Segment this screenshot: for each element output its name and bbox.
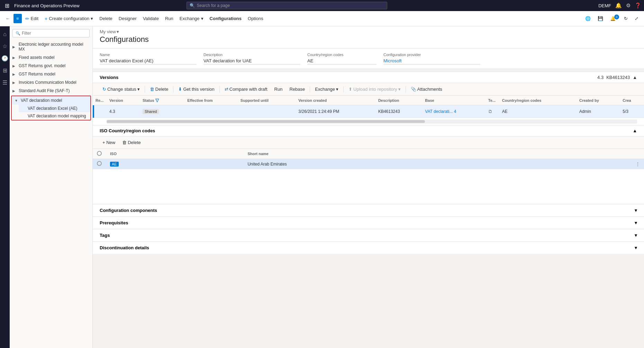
home-icon[interactable]: ⌂ xyxy=(3,29,7,39)
rebase-button[interactable]: Rebase xyxy=(287,85,308,93)
refresh-button[interactable]: ↻ xyxy=(621,14,631,23)
sep3 xyxy=(219,86,220,92)
page-title: Configurations xyxy=(100,35,637,44)
upload-repository-button[interactable]: ⬆ Upload into repository ▾ xyxy=(346,85,403,93)
col-supported-until[interactable]: Supported until xyxy=(238,96,296,105)
col-crea[interactable]: Crea xyxy=(620,96,644,105)
search-input[interactable] xyxy=(197,3,384,8)
provider-field-group: Configuration provider Microsoft xyxy=(383,53,480,64)
tags-header[interactable]: Tags ▾ xyxy=(93,229,644,241)
expand-button[interactable]: ⤢ xyxy=(632,14,641,23)
cell-description: KB4613243 xyxy=(375,105,422,118)
sidebar-item-fixed-assets[interactable]: ▶ Fixed assets model xyxy=(10,53,92,62)
sidebar-item-vat-declaration-mapping[interactable]: VAT declaration model mapping xyxy=(19,112,90,120)
delete-button[interactable]: Delete xyxy=(97,14,115,23)
edit-icon: ✏ xyxy=(25,16,29,21)
filter-icon[interactable]: ▽ xyxy=(155,98,159,103)
expand-icon: ▶ xyxy=(12,45,17,49)
versions-delete-button[interactable]: 🗑 Delete xyxy=(147,85,171,93)
versions-section-header[interactable]: Versions 4.3 KB4613243 ▲ xyxy=(93,72,644,83)
iso-table-row[interactable]: AE United Arab Emirates ⋮ xyxy=(93,159,644,169)
options-button[interactable]: Options xyxy=(245,14,266,23)
cell-status: Shared xyxy=(140,105,178,118)
sidebar-item-invoices[interactable]: ▶ Invoices Communication Model xyxy=(10,78,92,87)
sidebar-item-gst-returns[interactable]: ▶ GST Returns model xyxy=(10,70,92,78)
search-bar[interactable]: 🔍 xyxy=(187,2,387,9)
modules-icon[interactable]: ⊞ xyxy=(3,65,7,76)
star-icon[interactable]: ☆ xyxy=(2,41,7,52)
col-country[interactable]: Country/region codes xyxy=(499,96,577,105)
iso-section-header[interactable]: ISO Country/region codes ▲ xyxy=(93,125,644,136)
run-button[interactable]: Run xyxy=(162,14,176,23)
page-header: My view ▾ Configurations xyxy=(93,26,644,48)
iso-new-button[interactable]: + New xyxy=(100,139,118,146)
sidebar-item-saf-t[interactable]: ▶ Standard Audit File (SAF-T) xyxy=(10,87,92,95)
versions-run-button[interactable]: Run xyxy=(272,85,285,93)
versions-toolbar: ↻ Change status ▾ 🗑 Delete ⬇ Get this ve… xyxy=(93,83,644,96)
config-components-section: Configuration components ▾ xyxy=(93,204,644,216)
cell-effective-from xyxy=(184,105,238,118)
get-version-button[interactable]: ⬇ Get this version xyxy=(175,85,217,93)
col-te[interactable]: Te... xyxy=(486,96,499,105)
col-version[interactable]: Version xyxy=(107,96,140,105)
back-button[interactable]: ← xyxy=(3,14,13,23)
save-button[interactable]: 💾 xyxy=(595,14,606,23)
cell-radio xyxy=(93,159,106,169)
collapse-icon[interactable]: ▲ xyxy=(633,75,637,80)
help-icon[interactable]: ❓ xyxy=(635,2,641,9)
versions-exchange-button[interactable]: Exchange ▾ xyxy=(312,85,341,93)
horizontal-scrollbar-container xyxy=(93,118,644,125)
sidebar-item-vat-declaration-excel[interactable]: VAT declaration Excel (AE) xyxy=(19,105,90,112)
col-more xyxy=(632,149,644,159)
config-components-header[interactable]: Configuration components ▾ xyxy=(93,204,644,216)
tags-section: Tags ▾ xyxy=(93,229,644,241)
cell-iso: AE xyxy=(106,159,243,169)
create-configuration-button[interactable]: + Create configuration ▾ xyxy=(42,14,96,24)
notification-icon[interactable]: 🔔 xyxy=(615,2,622,9)
cell-empty xyxy=(178,105,184,118)
sidebar-filter[interactable]: 🔍 xyxy=(12,29,90,37)
col-base[interactable]: Base xyxy=(422,96,485,105)
discontinuation-section: Discontinuation details ▾ xyxy=(93,241,644,254)
col-created-by[interactable]: Created by xyxy=(577,96,620,105)
my-view-chevron-icon[interactable]: ▾ xyxy=(117,29,119,34)
command-bar-right: 🌐 💾 🔔0 ↻ ⤢ xyxy=(582,14,641,23)
col-description[interactable]: Description xyxy=(375,96,422,105)
clock-icon[interactable]: 🕐 xyxy=(1,53,8,64)
iso-collapse-icon[interactable]: ▲ xyxy=(633,128,637,133)
horizontal-scrollbar[interactable] xyxy=(107,119,637,124)
attachments-button[interactable]: 📎 Attachments xyxy=(408,85,445,93)
edit-button[interactable]: ✏ Edit xyxy=(22,14,41,24)
col-re: Re... xyxy=(93,96,107,105)
change-status-button[interactable]: ↻ Change status ▾ xyxy=(100,85,143,93)
sep2 xyxy=(173,86,173,92)
grid-icon[interactable]: ⊞ xyxy=(3,2,11,9)
settings-icon[interactable]: ⚙ xyxy=(626,2,631,9)
col-effective-from[interactable]: Effective from xyxy=(184,96,238,105)
col-iso[interactable]: ISO xyxy=(106,149,243,159)
sidebar-item-electronic-ledger[interactable]: ▶ Electronic ledger accounting model MX xyxy=(10,40,92,53)
prerequisites-header[interactable]: Prerequisites ▾ xyxy=(93,217,644,229)
notification-badge-button[interactable]: 🔔0 xyxy=(607,14,620,23)
configurations-button[interactable]: Configurations xyxy=(207,14,244,23)
versions-section: Versions 4.3 KB4613243 ▲ ↻ Change status… xyxy=(93,72,644,125)
globe-button[interactable]: 🌐 xyxy=(582,14,593,23)
designer-button[interactable]: Designer xyxy=(116,14,139,23)
filter-input[interactable] xyxy=(22,31,87,36)
compare-draft-button[interactable]: ⇄ Compare with draft xyxy=(222,85,270,93)
iso-delete-button[interactable]: 🗑 Delete xyxy=(119,139,144,146)
cell-base: VAT declarati... 4 xyxy=(422,105,485,118)
sidebar-item-vat-declaration-model[interactable]: ▼ VAT declaration model xyxy=(12,96,90,105)
hamburger-button[interactable]: ≡ xyxy=(13,14,22,23)
radio-cell[interactable] xyxy=(97,161,102,166)
col-status[interactable]: Status ▽ xyxy=(140,96,178,105)
discontinuation-header[interactable]: Discontinuation details ▾ xyxy=(93,242,644,254)
sidebar-item-gst-returns-govt[interactable]: ▶ GST Returns govt. model xyxy=(10,62,92,70)
col-version-created[interactable]: Version created xyxy=(296,96,375,105)
list-icon[interactable]: ☰ xyxy=(2,77,7,88)
exchange-button[interactable]: Exchange ▾ xyxy=(177,14,206,23)
table-row[interactable]: 4.3 Shared 3/26/2021 1:24:49 PM KB461324… xyxy=(93,105,644,118)
validate-button[interactable]: Validate xyxy=(140,14,162,23)
col-short-name[interactable]: Short name xyxy=(243,149,632,159)
versions-table-container: Re... Version Status ▽ Effective from Su… xyxy=(93,96,644,118)
